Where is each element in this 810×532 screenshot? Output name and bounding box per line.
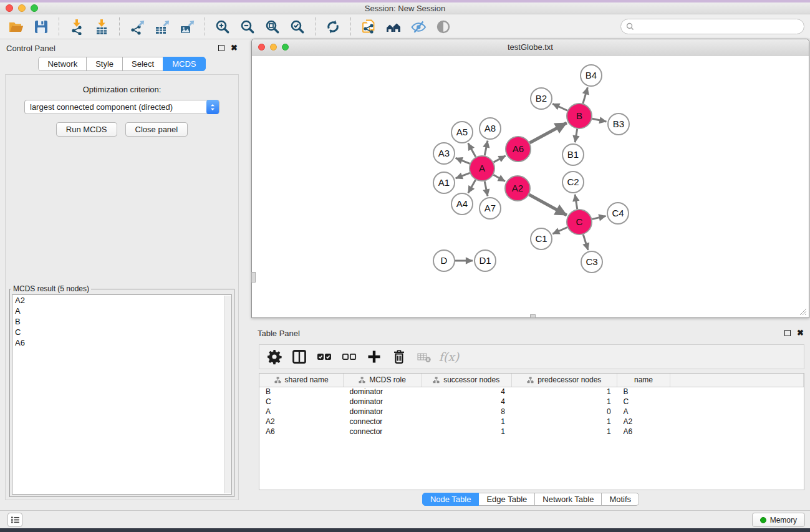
plus-button[interactable] [363, 347, 385, 367]
search-input[interactable] [637, 22, 804, 31]
graph-node-C2[interactable]: C2 [562, 172, 584, 193]
float-table-panel-icon[interactable] [784, 330, 791, 336]
table-cell[interactable]: A6 [617, 427, 670, 437]
column-header-MCDS-role[interactable]: MCDS role [344, 374, 422, 387]
graph-node-A4[interactable]: A4 [451, 193, 473, 215]
open-session-button[interactable] [4, 16, 29, 37]
graph-node-B4[interactable]: B4 [581, 65, 602, 86]
close-panel-button[interactable]: Close panel [125, 122, 188, 137]
graph-node-A3[interactable]: A3 [433, 143, 455, 164]
graph-edge-A-A7[interactable] [485, 181, 488, 196]
tab-motifs[interactable]: Motifs [601, 493, 639, 506]
graph-node-C1[interactable]: C1 [531, 228, 552, 249]
tab-network[interactable]: Network [38, 57, 87, 71]
refresh-button[interactable] [321, 16, 345, 37]
tab-select[interactable]: Select [122, 57, 163, 71]
table-cell[interactable]: 4 [421, 397, 511, 407]
table-cell[interactable]: B [617, 387, 670, 397]
graph-edge-B-B2[interactable] [552, 104, 567, 110]
tab-network-table[interactable]: Network Table [534, 493, 602, 506]
graph-node-C3[interactable]: C3 [581, 251, 602, 273]
graph-edge-C-C4[interactable] [592, 216, 605, 219]
result-item[interactable]: A [12, 306, 231, 316]
table-row[interactable]: A2connector11A2 [259, 417, 804, 427]
table-cell[interactable]: 8 [421, 407, 511, 417]
graph-node-B1[interactable]: B1 [562, 144, 584, 165]
graph-node-A6[interactable]: A6 [506, 137, 531, 162]
network-canvas[interactable]: AA1A2A3A4A5A6A7A8BB1B2B3B4CC1C2C3C4DD1 [253, 56, 808, 317]
graph-edge-C-C3[interactable] [583, 235, 588, 250]
table-cell[interactable]: 1 [421, 427, 511, 437]
table-cell[interactable]: 1 [511, 387, 617, 397]
graph-node-A7[interactable]: A7 [480, 198, 501, 219]
clone-network-button[interactable] [356, 16, 381, 37]
search-field[interactable] [620, 19, 804, 34]
result-item[interactable]: B [12, 316, 231, 327]
graph-edge-A6-B[interactable] [529, 123, 566, 143]
graph-edge-A-A8[interactable] [485, 141, 488, 156]
graph-node-D1[interactable]: D1 [475, 250, 496, 271]
graph-edge-C-C1[interactable] [552, 227, 567, 233]
table-cell[interactable]: 1 [511, 397, 617, 407]
graph-edge-A-A4[interactable] [468, 180, 476, 193]
import-network-button[interactable] [64, 16, 89, 37]
trash-button[interactable] [388, 347, 410, 367]
resize-grip-icon[interactable] [799, 307, 807, 316]
table-cell[interactable]: connector [344, 417, 422, 427]
table-cell[interactable]: 0 [511, 407, 617, 417]
table-cell[interactable]: dominator [344, 387, 422, 397]
graph-edge-A2-C[interactable] [529, 195, 566, 215]
table-cell[interactable]: 1 [511, 427, 617, 437]
zoom-out-button[interactable] [235, 16, 260, 37]
function-button[interactable]: f(x) [438, 347, 460, 367]
save-session-button[interactable] [29, 16, 54, 37]
graph-node-A2[interactable]: A2 [505, 176, 530, 201]
tab-style[interactable]: Style [86, 57, 123, 71]
table-row[interactable]: A6connector11A6 [259, 427, 804, 437]
panel-divider-handle[interactable] [530, 314, 536, 318]
network-window-titlebar[interactable]: testGlobe.txt [252, 39, 809, 56]
export-table-button[interactable] [150, 16, 175, 37]
graph-edge-A-A1[interactable] [456, 173, 470, 178]
table-cell[interactable]: B [259, 387, 344, 397]
eye-button[interactable] [431, 16, 456, 37]
tab-mcds[interactable]: MCDS [163, 57, 205, 71]
run-mcds-button[interactable]: Run MCDS [56, 122, 117, 137]
graph-edge-A-A5[interactable] [468, 143, 476, 157]
result-item[interactable]: A6 [12, 337, 231, 348]
float-panel-icon[interactable] [218, 45, 224, 51]
checked-boxes-button[interactable] [313, 347, 335, 367]
close-panel-icon[interactable]: ✖ [231, 45, 238, 51]
zoom-selected-button[interactable] [285, 16, 310, 37]
graph-node-C[interactable]: C [567, 210, 592, 235]
graph-edge-C-C2[interactable] [575, 195, 577, 209]
column-header-shared-name[interactable]: shared name [259, 374, 344, 387]
graph-edge-B-B4[interactable] [583, 87, 587, 104]
export-image-button[interactable] [175, 16, 200, 37]
result-scrollbar[interactable] [224, 296, 231, 493]
graph-edge-B-B1[interactable] [575, 129, 577, 143]
columns-button[interactable] [288, 347, 311, 367]
tab-edge-table[interactable]: Edge Table [478, 493, 535, 506]
column-header-successor-nodes[interactable]: successor nodes [421, 374, 511, 387]
column-header-name[interactable]: name [617, 374, 670, 387]
graph-edge-A-A6[interactable] [494, 156, 506, 162]
memory-button[interactable]: Memory [752, 513, 805, 527]
graph-node-B3[interactable]: B3 [608, 114, 629, 135]
task-history-button[interactable] [7, 513, 22, 527]
import-table-button[interactable] [89, 16, 114, 37]
zoom-fit-button[interactable] [260, 16, 285, 37]
graph-edge-A-A3[interactable] [456, 158, 470, 163]
graph-node-A5[interactable]: A5 [451, 122, 473, 143]
table-row[interactable]: Bdominator41B [259, 387, 804, 397]
table-cell[interactable]: 4 [421, 387, 511, 397]
graph-node-A1[interactable]: A1 [433, 172, 455, 193]
tab-node-table[interactable]: Node Table [422, 493, 480, 506]
table-cell[interactable]: 1 [421, 417, 511, 427]
table-cell[interactable]: dominator [344, 397, 422, 407]
graph-node-C4[interactable]: C4 [607, 203, 629, 224]
panel-divider-handle[interactable] [251, 272, 256, 283]
table-cell[interactable]: A2 [259, 417, 344, 427]
table-cell[interactable]: dominator [344, 407, 422, 417]
result-item[interactable]: C [12, 327, 231, 337]
